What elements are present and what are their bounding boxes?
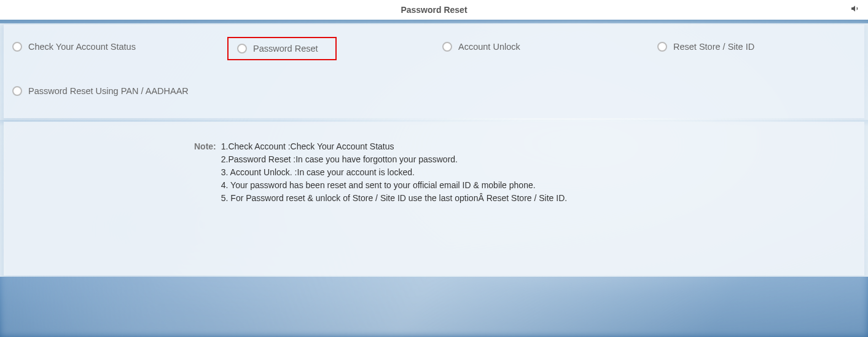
radio-icon <box>12 86 22 96</box>
note-line: 1.Check Account :Check Your Account Stat… <box>221 140 567 153</box>
option-label: Account Unlock <box>458 42 520 52</box>
note-label: Note: <box>194 140 216 205</box>
page-title: Password Reset <box>401 5 467 15</box>
page-header: Password Reset <box>0 0 868 20</box>
note-line: 5. For Password reset & unlock of Store … <box>221 192 567 205</box>
option-label: Reset Store / Site ID <box>673 42 754 52</box>
option-label: Password Reset <box>253 44 318 54</box>
note-lines: 1.Check Account :Check Your Account Stat… <box>221 140 567 205</box>
radio-icon <box>657 42 667 52</box>
option-check-account[interactable]: Check Your Account Status <box>12 37 227 57</box>
option-reset-store[interactable]: Reset Store / Site ID <box>657 37 842 57</box>
megaphone-icon[interactable] <box>850 4 861 16</box>
notes-panel: Note: 1.Check Account :Check Your Accoun… <box>4 122 864 276</box>
option-label: Password Reset Using PAN / AADHAAR <box>28 86 189 96</box>
note-line: 2.Password Reset :In case you have forgo… <box>221 153 567 166</box>
option-pan-aadhaar[interactable]: Password Reset Using PAN / AADHAAR <box>12 86 227 96</box>
radio-icon <box>237 44 247 54</box>
options-panel: Check Your Account Status Password Reset… <box>4 25 864 118</box>
note-line: 4. Your password has been reset and sent… <box>221 179 567 192</box>
option-password-reset[interactable]: Password Reset <box>227 37 337 60</box>
option-label: Check Your Account Status <box>28 42 136 52</box>
option-account-unlock[interactable]: Account Unlock <box>442 37 657 57</box>
radio-icon <box>12 42 22 52</box>
radio-icon <box>442 42 452 52</box>
note-line: 3. Account Unlock. :In case your account… <box>221 166 567 179</box>
